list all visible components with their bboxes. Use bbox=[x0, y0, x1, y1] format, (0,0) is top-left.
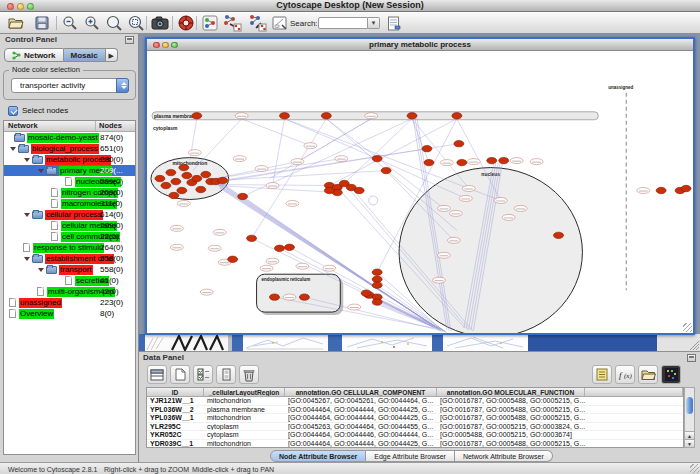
background-window[interactable] bbox=[432, 334, 443, 351]
background-window[interactable] bbox=[232, 334, 243, 351]
network-node[interactable] bbox=[233, 156, 246, 162]
tab-mosaic[interactable]: Mosaic bbox=[64, 48, 106, 62]
delete-attribute-button[interactable] bbox=[239, 365, 259, 384]
network-node[interactable] bbox=[335, 156, 348, 162]
network-node[interactable] bbox=[372, 299, 382, 305]
network-node[interactable] bbox=[354, 187, 364, 193]
background-window[interactable] bbox=[170, 334, 228, 351]
network-node[interactable] bbox=[449, 210, 462, 216]
zoom-fit-button[interactable] bbox=[104, 14, 124, 32]
network-node[interactable] bbox=[459, 195, 472, 201]
tree-row[interactable]: establishment of lo558(0) bbox=[4, 253, 135, 264]
network-node[interactable] bbox=[299, 294, 309, 300]
network-node[interactable] bbox=[275, 245, 285, 251]
zoom-in-button[interactable] bbox=[82, 14, 102, 32]
table-cell[interactable]: YPL036W__2 bbox=[147, 406, 204, 414]
table-cell[interactable]: mitochondrion bbox=[204, 397, 285, 405]
tree-row[interactable]: mosaic-demo-yeast874(0) bbox=[4, 132, 135, 143]
tree-row[interactable]: unassigned223(0) bbox=[4, 297, 135, 308]
table-row[interactable]: YJR121W__1mitochondrion[GO:0045267, GO:0… bbox=[147, 397, 683, 406]
network-node[interactable] bbox=[381, 167, 391, 173]
network-node[interactable] bbox=[440, 160, 453, 166]
network-node[interactable] bbox=[462, 186, 475, 192]
network-node[interactable] bbox=[656, 187, 666, 193]
tree-row[interactable]: cellular metabo209(0) bbox=[4, 220, 135, 231]
zoom-out-button[interactable] bbox=[60, 14, 80, 32]
network-node[interactable] bbox=[681, 185, 691, 191]
table-cell[interactable]: [GO:0045267, GO:0045261, GO:0044464, G..… bbox=[285, 397, 437, 405]
scrollbar-thumb[interactable] bbox=[686, 397, 693, 414]
table-cell[interactable]: [GO:0016787, GO:0005488, GO:0005215, G..… bbox=[437, 406, 585, 414]
background-window[interactable] bbox=[328, 334, 342, 351]
network-node[interactable] bbox=[304, 143, 317, 149]
attribute-browser-tab[interactable]: Network Attribute Browser bbox=[455, 450, 553, 462]
network-node[interactable] bbox=[554, 232, 564, 238]
network-node[interactable] bbox=[161, 182, 171, 188]
network-node[interactable] bbox=[196, 186, 206, 192]
table-cell[interactable]: plasma membrane bbox=[204, 406, 285, 414]
network-node[interactable] bbox=[201, 171, 211, 177]
network-node[interactable] bbox=[514, 205, 527, 211]
network-node[interactable] bbox=[155, 175, 165, 181]
network-node[interactable] bbox=[179, 164, 189, 170]
network-node[interactable] bbox=[177, 187, 187, 193]
table-cell[interactable]: [GO:0045263, GO:0044464, GO:0044455, G..… bbox=[285, 423, 437, 431]
background-window[interactable] bbox=[243, 334, 328, 351]
vizmapper-button[interactable] bbox=[176, 14, 196, 32]
network-node[interactable] bbox=[266, 258, 279, 264]
network-node[interactable] bbox=[530, 159, 543, 165]
network-node[interactable] bbox=[169, 192, 179, 198]
network-node[interactable] bbox=[499, 157, 509, 163]
network-node[interactable] bbox=[266, 183, 279, 189]
network-node[interactable] bbox=[188, 150, 201, 156]
import-attributes-button[interactable] bbox=[384, 14, 404, 32]
function-builder-button[interactable]: f(x) bbox=[615, 365, 635, 384]
tree-row[interactable]: nitrogen compo209(0) bbox=[4, 187, 135, 198]
network-node[interactable] bbox=[432, 277, 445, 283]
network-node[interactable] bbox=[238, 193, 248, 199]
table-row[interactable]: YLR295Ccytoplasm[GO:0045263, GO:0044464,… bbox=[147, 423, 683, 432]
table-cell[interactable]: mitochondrion bbox=[204, 414, 285, 422]
search-dropdown-icon[interactable]: ▼ bbox=[368, 17, 380, 29]
network-node[interactable] bbox=[372, 155, 382, 161]
layout-button[interactable] bbox=[200, 14, 220, 32]
expander-icon[interactable] bbox=[38, 169, 44, 173]
attribute-browser-tab[interactable]: Edge Attribute Browser bbox=[366, 450, 455, 462]
tree-row[interactable]: transport558(0) bbox=[4, 264, 135, 275]
zoom-selected-button[interactable] bbox=[126, 14, 146, 32]
network-node[interactable] bbox=[170, 244, 183, 250]
network-node[interactable] bbox=[323, 265, 336, 271]
network-node[interactable] bbox=[437, 205, 450, 211]
import-network-button[interactable] bbox=[222, 14, 242, 32]
table-cell[interactable]: cytoplasm bbox=[204, 423, 285, 431]
network-node[interactable] bbox=[228, 256, 238, 262]
network-view-titlebar[interactable]: primary metabolic process bbox=[147, 39, 693, 51]
table-column-header[interactable]: ID bbox=[147, 388, 204, 396]
table-row[interactable]: YKR052Ccytoplasm[GO:0044464, GO:0044446,… bbox=[147, 431, 683, 440]
search-input[interactable] bbox=[318, 17, 368, 29]
network-node[interactable] bbox=[502, 214, 515, 220]
network-node[interactable] bbox=[208, 245, 221, 251]
network-node[interactable] bbox=[166, 169, 176, 175]
network-node[interactable] bbox=[365, 113, 378, 119]
network-node[interactable] bbox=[296, 263, 309, 269]
table-cell[interactable]: cytoplasm bbox=[204, 431, 285, 439]
network-node[interactable] bbox=[324, 187, 334, 193]
table-cell[interactable]: YJR121W__1 bbox=[147, 397, 204, 405]
snapshot-button[interactable] bbox=[150, 14, 170, 32]
network-node[interactable] bbox=[182, 172, 192, 178]
window-resize-grip[interactable] bbox=[683, 323, 692, 332]
table-scrollbar[interactable]: ▲ ▼ bbox=[684, 387, 695, 448]
table-cell[interactable]: mitochondrion bbox=[204, 440, 285, 448]
network-node[interactable] bbox=[260, 265, 273, 271]
network-node[interactable] bbox=[372, 282, 382, 288]
tree-row[interactable]: multi-organism pro42(0) bbox=[4, 286, 135, 297]
expander-icon[interactable] bbox=[24, 257, 30, 261]
tree-row[interactable]: macromolecule311(0) bbox=[4, 198, 135, 209]
network-node[interactable] bbox=[437, 252, 450, 258]
attribute-list-button[interactable] bbox=[592, 365, 612, 384]
expander-icon[interactable] bbox=[38, 268, 44, 272]
background-window[interactable] bbox=[443, 334, 528, 351]
background-window[interactable] bbox=[657, 334, 700, 351]
table-column-header[interactable]: annotation.GO MOLECULAR_FUNCTION bbox=[437, 388, 585, 396]
